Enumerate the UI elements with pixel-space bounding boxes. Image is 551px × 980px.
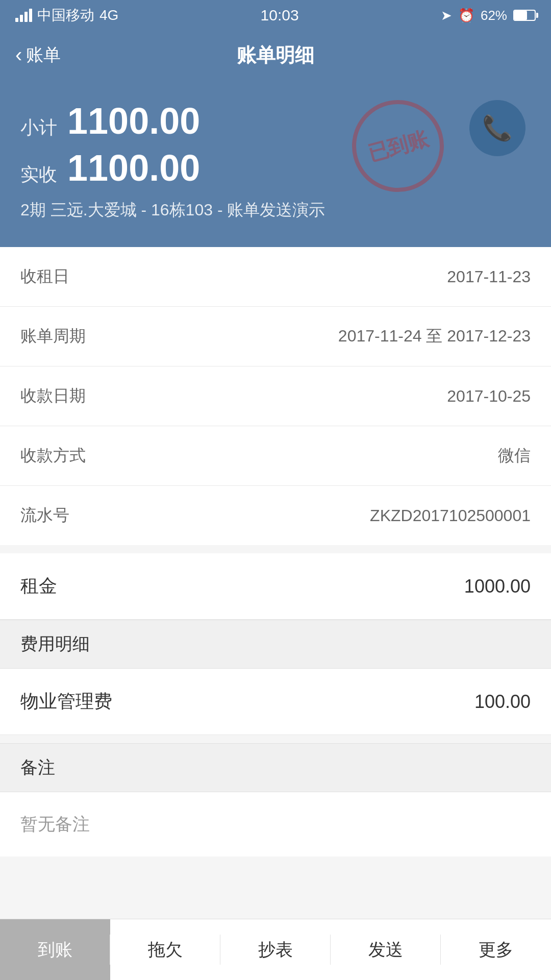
network-label: 4G [99, 7, 118, 23]
property-fee-row: 物业管理费 100.00 [0, 669, 551, 735]
tab-arrived[interactable]: 到账 [0, 919, 110, 980]
status-left: 中国移动 4G [15, 6, 118, 25]
payment-method-value: 微信 [498, 445, 531, 467]
payment-method-label: 收款方式 [20, 445, 86, 467]
billing-period-value: 2017-11-24 至 2017-12-23 [338, 325, 531, 348]
actual-amount: 1100.00 [67, 147, 200, 189]
tab-send[interactable]: 发送 [331, 919, 441, 980]
fee-detail-title: 费用明细 [20, 634, 90, 653]
rent-row: 租金 1000.00 [0, 553, 551, 620]
detail-section: 收租日 2017-11-23 账单周期 2017-11-24 至 2017-12… [0, 247, 551, 545]
actual-label: 实收 [20, 162, 57, 187]
tab-bar: 到账 拖欠 抄表 发送 更多 [0, 919, 551, 980]
transaction-id-row: 流水号 ZKZD2017102500001 [0, 486, 551, 545]
nav-bar: ‹ 账单 账单明细 [0, 31, 551, 80]
fee-detail-header: 费用明细 [0, 620, 551, 669]
stamp-text: 已到账 [342, 90, 454, 202]
battery-icon [513, 10, 536, 21]
tab-meter[interactable]: 抄表 [220, 919, 331, 980]
payment-method-row: 收款方式 微信 [0, 426, 551, 486]
alarm-icon: ⏰ [458, 8, 474, 23]
page-title: 账单明细 [237, 42, 314, 68]
tab-more[interactable]: 更多 [441, 919, 551, 980]
property-fee-value: 100.00 [474, 691, 531, 713]
back-chevron-icon: ‹ [15, 43, 22, 66]
back-label: 账单 [26, 43, 61, 67]
rent-date-label: 收租日 [20, 265, 69, 288]
notes-header: 备注 [0, 743, 551, 792]
billing-period-label: 账单周期 [20, 325, 86, 348]
subtotal-row: 小计 1100.00 [20, 100, 531, 142]
rent-date-value: 2017-11-23 [447, 267, 531, 286]
header-subtitle: 2期 三远.大爱城 - 16栋103 - 账单发送演示 [20, 199, 531, 222]
payment-date-label: 收款日期 [20, 385, 86, 407]
signal-icon [15, 9, 32, 22]
status-bar: 中国移动 4G 10:03 ➤ ⏰ 62% [0, 0, 551, 31]
rent-label: 租金 [20, 574, 57, 599]
subtotal-amount: 1100.00 [67, 100, 200, 142]
rent-value: 1000.00 [464, 576, 531, 597]
tab-overdue[interactable]: 拖欠 [110, 919, 220, 980]
notes-content: 暂无备注 [0, 792, 551, 856]
transaction-id-label: 流水号 [20, 504, 69, 527]
notes-title: 备注 [20, 757, 55, 777]
payment-date-row: 收款日期 2017-10-25 [0, 366, 551, 426]
header-section: 小计 1100.00 实收 1100.00 2期 三远.大爱城 - 16栋103… [0, 80, 551, 247]
back-button[interactable]: ‹ 账单 [15, 43, 61, 67]
location-icon: ➤ [441, 8, 452, 23]
phone-button[interactable]: 📞 [469, 100, 525, 156]
carrier-label: 中国移动 [37, 6, 94, 25]
subtotal-label: 小计 [20, 115, 57, 140]
paid-stamp: 已到账 [347, 95, 449, 197]
rent-date-row: 收租日 2017-11-23 [0, 247, 551, 307]
phone-icon: 📞 [482, 114, 513, 142]
time-label: 10:03 [261, 7, 299, 24]
billing-period-row: 账单周期 2017-11-24 至 2017-12-23 [0, 307, 551, 366]
battery-percent: 62% [481, 8, 507, 23]
notes-empty-text: 暂无备注 [20, 814, 90, 834]
property-fee-label: 物业管理费 [20, 689, 112, 714]
status-right: ➤ ⏰ 62% [441, 8, 536, 23]
payment-date-value: 2017-10-25 [447, 387, 531, 406]
transaction-id-value: ZKZD2017102500001 [370, 506, 531, 525]
actual-row: 实收 1100.00 [20, 147, 531, 189]
